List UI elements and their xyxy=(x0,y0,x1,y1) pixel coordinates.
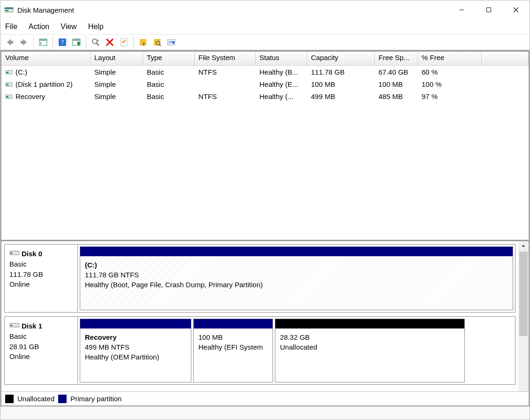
swatch-unallocated xyxy=(5,395,14,403)
disk-size: 28.91 GB xyxy=(9,342,73,352)
partition[interactable]: (C:)111.78 GB NTFSHealthy (Boot, Page Fi… xyxy=(80,246,513,310)
svg-rect-10 xyxy=(40,44,41,45)
svg-rect-2 xyxy=(6,10,8,11)
col-layout[interactable]: Layout xyxy=(91,52,143,65)
scrollbar-thumb[interactable] xyxy=(519,252,528,336)
svg-point-16 xyxy=(92,39,97,44)
volume-capacity: 111.78 GB xyxy=(307,67,375,77)
col-capacity[interactable]: Capacity xyxy=(307,52,375,65)
volume-icon xyxy=(5,93,13,99)
volume-pct: 60 % xyxy=(418,67,482,77)
disk-type: Basic xyxy=(9,331,73,342)
volume-list-header: Volume Layout Type File System Status Ca… xyxy=(1,52,529,66)
svg-rect-15 xyxy=(77,42,80,45)
volume-status: Healthy (E... xyxy=(256,79,307,89)
volume-pct: 100 % xyxy=(418,79,482,89)
volume-name: (Disk 1 partition 2) xyxy=(15,80,73,88)
show-hide-action-pane-icon[interactable] xyxy=(70,36,83,49)
window-title: Disk Management xyxy=(17,6,448,14)
volume-free: 100 MB xyxy=(375,79,418,89)
swatch-primary xyxy=(58,395,67,403)
svg-rect-30 xyxy=(6,84,8,85)
disk-info[interactable]: Disk 0Basic111.78 GBOnline xyxy=(5,244,78,312)
partition-status: Healthy (EFI System xyxy=(198,342,268,352)
close-button[interactable] xyxy=(502,0,530,19)
volume-name: (C:) xyxy=(15,68,27,76)
help-icon[interactable]: ? xyxy=(56,36,69,49)
partition-size: 111.78 GB NTFS xyxy=(85,270,508,280)
volume-fs: NTFS xyxy=(195,67,256,77)
scrollbar-vertical[interactable] xyxy=(518,241,529,391)
col-volume[interactable]: Volume xyxy=(1,52,91,65)
svg-line-17 xyxy=(97,43,99,46)
volume-status: Healthy (... xyxy=(256,92,307,101)
new-simple-volume-icon[interactable] xyxy=(136,36,150,49)
partition-color-bar xyxy=(80,247,513,256)
svg-rect-4 xyxy=(487,8,491,12)
partition[interactable]: Recovery499 MB NTFSHealthy (OEM Partitio… xyxy=(80,319,191,382)
svg-line-24 xyxy=(159,45,161,46)
toolbar-separator xyxy=(53,36,53,48)
disk-icon xyxy=(9,321,20,326)
col-filesystem[interactable]: File System xyxy=(195,52,256,65)
partition[interactable]: 28.32 GBUnallocated xyxy=(275,319,465,382)
svg-rect-14 xyxy=(73,39,80,41)
toolbar-separator xyxy=(133,36,134,48)
volume-row[interactable]: RecoverySimpleBasicNTFSHealthy (...499 M… xyxy=(1,90,529,102)
explore-icon[interactable] xyxy=(151,36,164,49)
disk-graphical-view: Disk 0Basic111.78 GBOnline(C:)111.78 GB … xyxy=(1,241,529,391)
volume-icon xyxy=(5,81,13,86)
toolbar-separator xyxy=(86,36,86,48)
col-status[interactable]: Status xyxy=(256,52,307,65)
maximize-button[interactable] xyxy=(475,0,502,19)
app-window: Disk Management File Action View Help ? xyxy=(0,0,530,420)
col-freespace[interactable]: Free Sp... xyxy=(375,52,418,65)
svg-rect-1 xyxy=(5,8,13,9)
partition-status: Healthy (OEM Partition) xyxy=(85,352,186,362)
volume-row[interactable]: (Disk 1 partition 2)SimpleBasicHealthy (… xyxy=(1,78,529,90)
delete-icon[interactable] xyxy=(103,36,116,49)
properties-icon[interactable] xyxy=(117,36,130,49)
menu-action[interactable]: Action xyxy=(29,23,49,31)
show-hide-console-tree-icon[interactable] xyxy=(37,36,50,49)
partition-status: Unallocated xyxy=(280,342,460,352)
legend-unallocated: Unallocated xyxy=(17,395,54,403)
partition-name: Recovery xyxy=(85,332,186,342)
caption-buttons xyxy=(448,0,530,19)
partition-size: 499 MB NTFS xyxy=(85,342,186,352)
col-padding xyxy=(482,52,529,65)
minimize-button[interactable] xyxy=(448,0,475,19)
svg-rect-26 xyxy=(172,41,174,44)
menu-file[interactable]: File xyxy=(5,23,17,31)
content-area: Volume Layout Type File System Status Ca… xyxy=(0,50,530,406)
disk-partitions: Recovery499 MB NTFSHealthy (OEM Partitio… xyxy=(78,317,515,384)
disk-row: Disk 0Basic111.78 GBOnline(C:)111.78 GB … xyxy=(4,244,515,313)
disk-state: Online xyxy=(9,279,73,290)
disk-rows: Disk 0Basic111.78 GBOnline(C:)111.78 GB … xyxy=(1,241,518,391)
volume-status: Healthy (B... xyxy=(256,67,307,77)
forward-icon[interactable] xyxy=(17,36,30,49)
svg-rect-34 xyxy=(10,252,12,254)
refresh-icon[interactable] xyxy=(89,36,102,49)
status-bar xyxy=(0,406,530,420)
legend: Unallocated Primary partition xyxy=(1,391,529,405)
back-icon[interactable] xyxy=(3,36,16,49)
scroll-up-icon[interactable] xyxy=(518,241,529,251)
disk-title: Disk 0 xyxy=(22,250,42,258)
more-actions-icon[interactable] xyxy=(165,36,178,49)
volume-row[interactable]: (C:)SimpleBasicNTFSHealthy (B...111.78 G… xyxy=(1,66,529,78)
disk-info[interactable]: Disk 1Basic28.91 GBOnline xyxy=(5,317,78,384)
menu-help[interactable]: Help xyxy=(88,23,104,31)
col-pctfree[interactable]: % Free xyxy=(418,52,482,65)
volume-type: Basic xyxy=(143,92,195,101)
partition-size: 28.32 GB xyxy=(280,332,460,342)
menu-view[interactable]: View xyxy=(61,23,76,31)
partition-status: Healthy (Boot, Page File, Crash Dump, Pr… xyxy=(85,280,508,290)
volume-type: Basic xyxy=(143,67,195,77)
partition[interactable]: 100 MBHealthy (EFI System xyxy=(193,319,273,382)
svg-rect-28 xyxy=(6,72,8,73)
volume-pct: 97 % xyxy=(418,92,482,101)
col-type[interactable]: Type xyxy=(143,52,195,65)
svg-rect-36 xyxy=(10,325,12,326)
disk-state: Online xyxy=(9,351,73,362)
